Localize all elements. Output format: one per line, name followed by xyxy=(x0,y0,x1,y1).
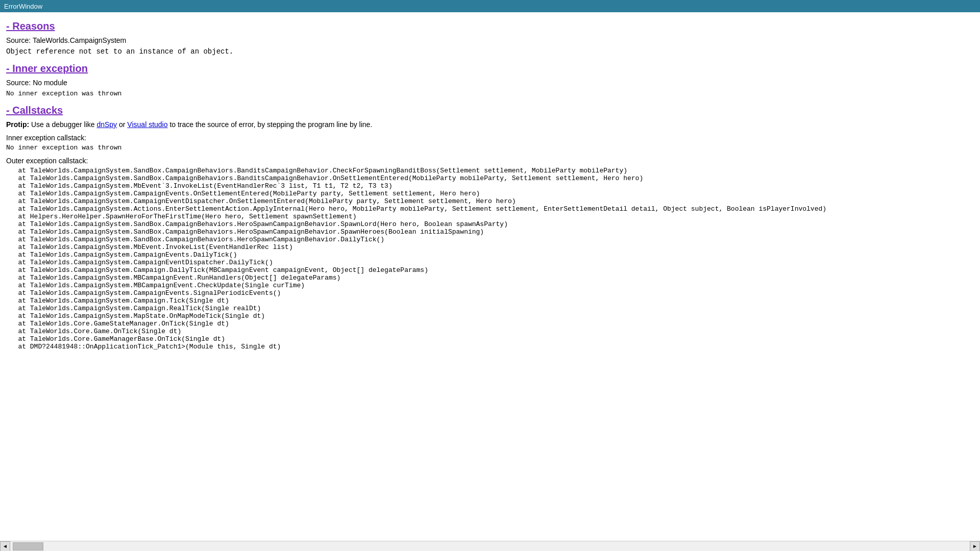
reasons-error-message: Object reference not set to an instance … xyxy=(6,47,974,56)
outer-callstack-text: at TaleWorlds.CampaignSystem.SandBox.Cam… xyxy=(6,167,974,350)
protip-or: or xyxy=(119,120,127,129)
reasons-source: Source: TaleWorlds.CampaignSystem xyxy=(6,36,974,44)
dnspy-link[interactable]: dnSpy xyxy=(96,120,117,129)
outer-callstack-label: Outer exception callstack: xyxy=(6,157,974,165)
protip-text: Use a debugger like xyxy=(31,120,96,129)
callstacks-header[interactable]: - Callstacks xyxy=(6,105,974,116)
inner-exception-header[interactable]: - Inner exception xyxy=(6,63,974,74)
content-area: - Reasons Source: TaleWorlds.CampaignSys… xyxy=(0,12,980,541)
inner-callstack-text: No inner exception was thrown xyxy=(6,144,974,152)
protip-suffix: to trace the source of error, by steppin… xyxy=(169,120,372,129)
protip-prefix: Protip: xyxy=(6,120,29,129)
inner-callstack-label: Inner exception callstack: xyxy=(6,134,974,142)
reasons-header[interactable]: - Reasons xyxy=(6,20,974,32)
inner-exception-message: No inner exception was thrown xyxy=(6,90,974,97)
visual-studio-link[interactable]: Visual studio xyxy=(127,120,167,129)
protip-line: Protip: Use a debugger like dnSpy or Vis… xyxy=(6,120,974,129)
inner-exception-source: Source: No module xyxy=(6,79,974,87)
title-bar-label: ErrorWindow xyxy=(4,3,42,10)
title-bar: ErrorWindow xyxy=(0,0,980,12)
